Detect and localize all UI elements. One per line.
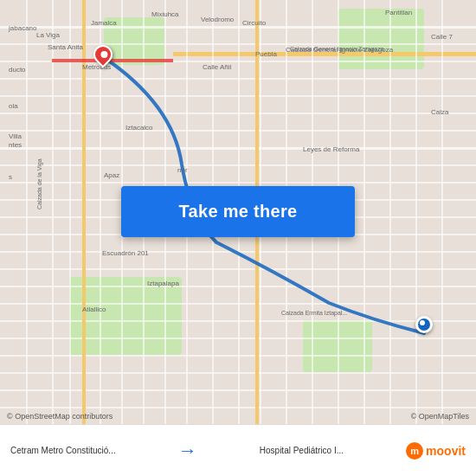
map-container: Jamalca Mixiuhca Velodromo Circuito jaba… [0, 0, 476, 424]
bottom-bar: Cetram Metro Constitució... → Hospital P… [0, 424, 476, 476]
label-calle7: Calle 7 [431, 33, 453, 41]
attribution-right: © OpenMapTiles [411, 412, 469, 421]
label-leyes: Leyes de Reforma [303, 145, 359, 153]
origin-pin-dot [100, 51, 107, 58]
label-jamalca: Jamalca [91, 19, 117, 27]
bottom-bar-origin: Cetram Metro Constitució... [10, 445, 116, 456]
label-velodromo: Velodromo [201, 16, 234, 23]
label-jabacano: jabacano [9, 24, 36, 32]
label-s: s [9, 173, 12, 181]
label-atlallico: Atlallico [82, 306, 106, 313]
label-villa: Villa [9, 132, 22, 140]
moovit-logo: m moovit [406, 442, 466, 460]
road-v-17 [415, 0, 417, 424]
destination-text: Hospital Pediátrico I... [260, 445, 344, 456]
attribution-left: © OpenStreetMap contributors [7, 412, 113, 421]
label-iztacalco: Iztacalco [125, 124, 153, 132]
label-ola: ola [9, 102, 18, 110]
origin-text: Cetram Metro Constitució... [10, 445, 116, 456]
label-ntes: ntes [9, 141, 22, 149]
arrow-icon: → [178, 440, 197, 462]
label-pantitlan: Pantitlan [385, 9, 412, 16]
take-me-there-button[interactable]: Take me there [121, 186, 355, 237]
label-calza: Calza [431, 108, 448, 116]
label-calzada-viga: Calzada de la Viga [36, 158, 42, 209]
destination-circle-inner [420, 320, 425, 325]
road-v-18 [441, 0, 443, 424]
origin-pin-body [89, 41, 116, 68]
moovit-icon: m [406, 442, 423, 460]
label-circuito: Circuito [242, 19, 266, 27]
destination-circle [415, 316, 433, 333]
road-v-3 [69, 0, 71, 424]
label-zaragoza2: Calzada General Ignacio Zaragoza [290, 46, 384, 52]
label-apaz: Apaz [104, 171, 119, 179]
label-nor: nor [177, 166, 188, 174]
label-la-viga: La Viga [36, 31, 60, 39]
label-santa-anita: Santa Anita [48, 43, 83, 51]
bottom-bar-destination: Hospital Pediátrico I... [260, 445, 344, 456]
label-mixiuhca: Mixiuhca [151, 10, 179, 18]
destination-marker [415, 316, 433, 333]
label-iztapalapa: Iztapalapa [147, 280, 179, 287]
road-v-15 [363, 0, 365, 424]
label-escuadron: Escuadrón 201 [102, 249, 149, 257]
label-calzada-ermita: Calzada Ermita Iztapal... [281, 310, 347, 316]
road-v-1 [26, 0, 28, 424]
label-puebla: Puebla [255, 50, 277, 58]
origin-marker [93, 45, 113, 69]
moovit-text: moovit [426, 444, 466, 458]
label-calle-anil: Calle Añil [203, 63, 231, 71]
road-v-2 [52, 0, 54, 424]
label-ducto: ducto [9, 66, 26, 74]
road-v-16 [389, 0, 391, 424]
